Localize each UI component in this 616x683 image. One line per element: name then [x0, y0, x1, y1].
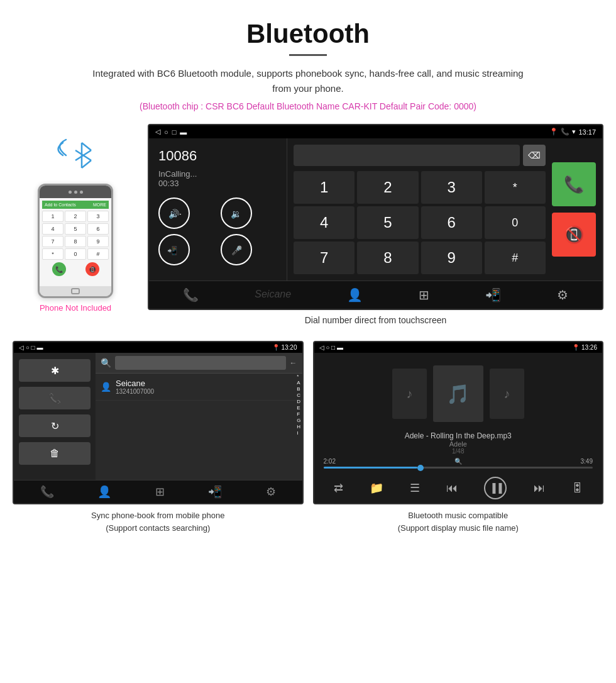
- phone-call-button: 📞: [52, 262, 66, 276]
- car-key-0[interactable]: 0: [485, 206, 546, 239]
- music-controls: ⇄ 📁 ☰ ⏮ ▐▐ ⏭ 🎛: [314, 472, 603, 504]
- pb-status-right: 📍 13:20: [272, 344, 297, 351]
- pb-contact-item[interactable]: 👤 Seicane 13241007000: [96, 374, 302, 401]
- pb-contact-name: Seicane: [116, 379, 154, 388]
- pb-search-input[interactable]: [115, 356, 286, 370]
- car-key-2[interactable]: 2: [357, 171, 418, 204]
- phone-top-bar: [40, 186, 111, 198]
- phonebook-card: ◁ ○ □ ▬ 📍 13:20 ✱ 📞 ↻ 🗑: [13, 341, 304, 534]
- pb-sync-button[interactable]: ↻: [19, 414, 91, 437]
- music-square-icon: □: [331, 344, 335, 351]
- music-artist: Adele: [317, 440, 600, 448]
- car-key-4[interactable]: 4: [294, 206, 355, 239]
- pb-nav-contacts[interactable]: 👤: [97, 485, 111, 499]
- car-key-6[interactable]: 6: [421, 206, 482, 239]
- music-search-icon: 🔍: [454, 458, 462, 465]
- pb-bt-button[interactable]: ✱: [19, 359, 91, 382]
- volume-down-button[interactable]: 🔉: [221, 197, 252, 229]
- car-delete-icon[interactable]: ⌫: [523, 145, 546, 166]
- square-icon: □: [172, 128, 177, 136]
- music-status-bar: ◁ ○ □ ▬ 📍 13:26: [314, 342, 603, 353]
- equalizer-icon[interactable]: 🎛: [571, 482, 583, 495]
- pb-search-icon: 🔍: [101, 358, 111, 368]
- music-progress-bar[interactable]: [324, 467, 593, 469]
- phone-bottom: [40, 286, 111, 296]
- car-key-hash[interactable]: #: [485, 242, 546, 274]
- car-key-1[interactable]: 1: [294, 171, 355, 204]
- car-input-field[interactable]: [294, 145, 520, 166]
- car-key-8[interactable]: 8: [357, 242, 418, 274]
- car-nav-transfer[interactable]: 📲: [485, 287, 501, 303]
- pb-content: ✱ 📞 ↻ 🗑 🔍 ← 👤 Seicane: [14, 353, 302, 485]
- music-progress-fill: [324, 467, 418, 469]
- pb-home-icon: ○: [26, 344, 30, 351]
- phone-keypad: 1 2 3 4 5 6 7 8 9 * 0 #: [42, 211, 109, 260]
- car-key-3[interactable]: 3: [421, 171, 482, 204]
- music-title: Adele - Rolling In the Deep.mp3: [317, 431, 600, 440]
- car-nav-contacts[interactable]: 👤: [347, 287, 363, 303]
- prev-icon[interactable]: ⏮: [446, 482, 458, 495]
- phone-key-7: 7: [42, 236, 63, 247]
- pb-contact-list: 🔍 ← 👤 Seicane 13241007000: [96, 353, 302, 485]
- home-icon: ○: [164, 128, 168, 136]
- pb-call-button[interactable]: 📞: [19, 387, 91, 409]
- car-watermark: Seicane: [255, 287, 291, 303]
- phone-key-2: 2: [65, 211, 86, 222]
- car-key-7[interactable]: 7: [294, 242, 355, 274]
- svg-line-3: [82, 160, 91, 168]
- car-answer-button[interactable]: 📞: [552, 162, 596, 206]
- music-caption-line2: (Support display music file name): [313, 522, 604, 535]
- music-loc-icon: 📍: [572, 344, 580, 351]
- svg-text:📲: 📲: [167, 245, 178, 256]
- bluetooth-waves-area: [50, 136, 101, 174]
- music-status-right: 📍 13:26: [572, 344, 597, 351]
- music-note-main-icon: 🎵: [446, 383, 470, 405]
- pb-delete-button[interactable]: 🗑: [19, 442, 91, 465]
- page-description: Integrated with BC6 Bluetooth module, su…: [88, 66, 528, 96]
- phone-key-1: 1: [42, 211, 63, 222]
- car-key-9[interactable]: 9: [421, 242, 482, 274]
- play-pause-button[interactable]: ▐▐: [484, 477, 507, 499]
- phone-action-row: 📞 📵: [42, 262, 109, 276]
- volume-up-button[interactable]: 🔊+: [158, 197, 190, 229]
- car-duration: 00:33: [158, 179, 277, 188]
- car-key-star[interactable]: *: [485, 171, 546, 204]
- pb-nav-transfer[interactable]: 📲: [208, 485, 222, 499]
- car-nav-phone[interactable]: 📞: [183, 287, 199, 303]
- phone-area: Add to Contacts MORE 1 2 3 4 5 6 7 8 9 *…: [13, 124, 138, 335]
- pb-notif-icon: ▬: [36, 344, 43, 351]
- pb-nav-grid[interactable]: ⊞: [155, 485, 165, 499]
- phone-screen: Add to Contacts MORE 1 2 3 4 5 6 7 8 9 *…: [40, 198, 111, 286]
- mic-button[interactable]: 🎤: [221, 234, 252, 265]
- music-caption: Bluetooth music compatible (Support disp…: [313, 509, 604, 534]
- phonebook-screen: ◁ ○ □ ▬ 📍 13:20 ✱ 📞 ↻ 🗑: [13, 341, 304, 504]
- folder-icon[interactable]: 📁: [370, 481, 383, 495]
- car-call-info: 10086 InCalling... 00:33 🔊+ 🔉 📲: [149, 138, 287, 280]
- pb-nav-settings[interactable]: ⚙: [266, 485, 276, 499]
- list-icon[interactable]: ☰: [410, 481, 420, 495]
- phone-key-hash: #: [87, 248, 109, 260]
- car-nav-grid[interactable]: ⊞: [419, 287, 429, 303]
- music-time-row: 2:02 🔍 3:49: [324, 458, 593, 465]
- next-icon[interactable]: ⏭: [534, 482, 545, 495]
- car-key-5[interactable]: 5: [357, 206, 418, 239]
- shuffle-icon[interactable]: ⇄: [334, 481, 343, 495]
- pb-nav-phone[interactable]: 📞: [40, 485, 54, 499]
- music-notif-icon: ▬: [337, 344, 343, 351]
- music-progress-area: 2:02 🔍 3:49: [314, 458, 603, 472]
- car-end-button[interactable]: 📵: [552, 213, 596, 257]
- pb-square-icon: □: [31, 344, 35, 351]
- music-time: 13:26: [581, 344, 597, 351]
- phone-key-5: 5: [65, 223, 86, 235]
- car-nav-settings[interactable]: ⚙: [557, 287, 568, 303]
- transfer-button[interactable]: 📲: [158, 234, 190, 265]
- music-note-left-icon: ♪: [406, 387, 412, 401]
- phone-screen-header: Add to Contacts MORE: [42, 201, 109, 209]
- page-title: Bluetooth: [13, 19, 603, 49]
- music-status-left: ◁ ○ □ ▬: [319, 344, 343, 351]
- music-total-time: 3:49: [581, 458, 593, 465]
- car-call-action-area: 📞 📵: [552, 138, 602, 280]
- phone-key-6: 6: [87, 223, 109, 235]
- pb-sidebar: ✱ 📞 ↻ 🗑: [14, 353, 96, 485]
- pb-bottom-nav: 📞 👤 ⊞ 📲 ⚙: [14, 480, 302, 503]
